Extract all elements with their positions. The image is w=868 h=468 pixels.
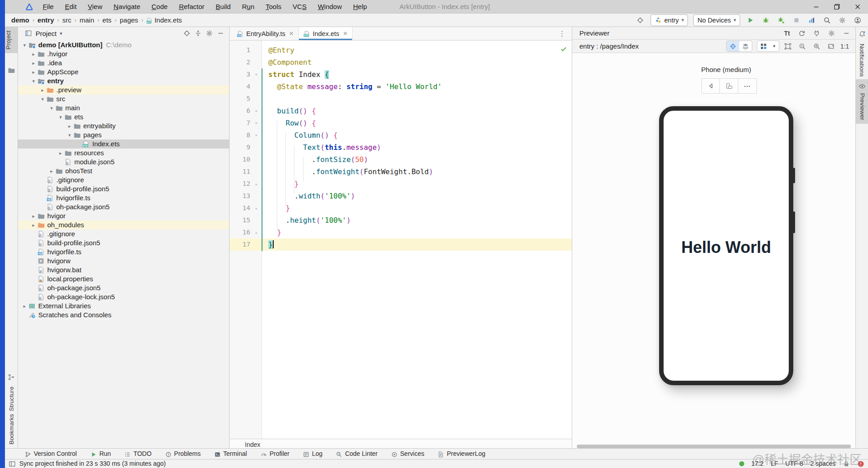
menu-vcs[interactable]: VCS (293, 3, 307, 10)
tree-item-module-json5[interactable]: module.json5 (18, 158, 229, 166)
tree-chevron-icon[interactable]: ▾ (48, 104, 55, 112)
tree-item-hvigorfile-ts[interactable]: TShvigorfile.ts (18, 248, 229, 256)
code-line-4[interactable]: 4 @State message: string = 'Hello World' (230, 81, 572, 93)
tree-item-ets[interactable]: ▾ets (18, 112, 229, 122)
tree-item-appscope[interactable]: ▸AppScope (18, 68, 229, 76)
menu-tools[interactable]: Tools (266, 3, 281, 10)
rotate-icon[interactable] (720, 78, 738, 94)
tree-chevron-icon[interactable]: ▸ (30, 220, 37, 230)
tree-item-build-profile-json5[interactable]: build-profile.json5 (18, 238, 229, 248)
breadcrumb-main[interactable]: main (80, 16, 95, 24)
code-line-15[interactable]: 15 .height('100%') (230, 214, 572, 226)
component-inspect-icon[interactable] (727, 41, 739, 51)
code-line-8[interactable]: 8▾ Column() { (230, 129, 572, 141)
menu-window[interactable]: Window (318, 3, 342, 10)
run-button[interactable] (746, 15, 755, 25)
code-line-1[interactable]: 1@Entry (230, 44, 572, 56)
tree-item-ohostest[interactable]: ▸ohosTest (18, 166, 229, 176)
menu-edit[interactable]: Edit (65, 3, 77, 10)
tool-window-todo[interactable]: TODO (124, 450, 151, 457)
tree-chevron-icon[interactable]: ▾ (39, 94, 46, 104)
close-icon[interactable]: ✕ (343, 30, 348, 37)
fold-marker-icon[interactable]: ▴ (250, 178, 262, 190)
chevron-down-icon[interactable]: ▾ (770, 41, 779, 51)
tab-project-stripe[interactable]: Project (5, 27, 18, 53)
code-line-6[interactable]: 6▾ build() { (230, 105, 572, 117)
stop-button[interactable] (791, 15, 801, 25)
tab-index-ets[interactable]: ETSIndex.ets✕ (299, 27, 353, 40)
tree-chevron-icon[interactable]: ▸ (30, 68, 37, 76)
code-line-13[interactable]: 13 .width('100%') (230, 190, 572, 202)
tree-item-entry[interactable]: ▾entry (18, 76, 229, 86)
tool-window-profiler[interactable]: Profiler (261, 450, 289, 457)
previewer-settings-gear-icon[interactable] (827, 30, 836, 37)
minimize-button[interactable] (806, 0, 827, 14)
project-panel-title[interactable]: Project (36, 30, 57, 37)
panel-settings-gear-icon[interactable] (205, 29, 213, 37)
editor-breadcrumb-item[interactable]: Index (245, 441, 260, 448)
code-editor[interactable]: 1@Entry2@Component3▾struct Index {4 @Sta… (230, 40, 572, 439)
layout-icon[interactable] (9, 460, 16, 468)
tree-chevron-icon[interactable]: ▸ (39, 86, 46, 94)
tree-chevron-icon[interactable]: ▸ (30, 58, 37, 68)
tool-window-problems[interactable]: Problems (165, 450, 201, 457)
close-button[interactable] (847, 0, 868, 14)
device-select[interactable]: No Devices ▾ (693, 14, 740, 26)
code-line-2[interactable]: 2@Component (230, 56, 572, 68)
menu-view[interactable]: View (88, 3, 102, 10)
tree-item-hvigorw-bat[interactable]: hvigorw.bat (18, 266, 229, 274)
tab-options-kebab-icon[interactable]: ⋮ (552, 27, 572, 40)
more-options-icon[interactable]: ··· (738, 78, 757, 94)
menu-code[interactable]: Code (152, 3, 168, 10)
settings-gear-icon[interactable] (837, 15, 847, 25)
locate-icon[interactable] (635, 15, 645, 25)
tool-window-log[interactable]: Log (303, 450, 322, 457)
grid-view-icon[interactable] (757, 41, 770, 51)
tree-chevron-icon[interactable]: ▸ (57, 148, 64, 158)
tree-item-build-profile-json5[interactable]: build-profile.json5 (18, 184, 229, 194)
fit-to-screen-icon[interactable] (825, 41, 837, 52)
code-line-17[interactable]: 17} (230, 238, 572, 251)
code-line-9[interactable]: 9 Text(this.message) (230, 141, 572, 153)
back-icon[interactable] (701, 78, 720, 94)
zoom-ratio[interactable]: 1:1 (841, 43, 849, 50)
fold-marker-icon[interactable]: ▴ (250, 202, 262, 214)
tree-item-index-ets[interactable]: ETSIndex.ets (18, 140, 229, 148)
code-line-12[interactable]: 12▴ } (230, 178, 572, 190)
tab-structure-stripe[interactable]: Structure (5, 373, 18, 415)
fold-marker-icon[interactable]: ▾ (250, 105, 262, 117)
tree-chevron-icon[interactable]: ▾ (66, 130, 73, 140)
tree-item-oh-package-lock-json5[interactable]: oh-package-lock.json5 (18, 292, 229, 302)
code-line-11[interactable]: 11 .fontWeight(FontWeight.Bold) (230, 166, 572, 178)
menu-navigate[interactable]: Navigate (113, 3, 140, 10)
tree-chevron-icon[interactable]: ▾ (30, 76, 37, 86)
tree-item-external-libraries[interactable]: ▸External Libraries (18, 302, 229, 310)
tree-item--hvigor[interactable]: ▸.hvigor (18, 50, 229, 58)
plug-icon[interactable] (812, 30, 821, 37)
menu-help[interactable]: Help (353, 3, 367, 10)
breadcrumb-entry[interactable]: entry (37, 16, 54, 24)
refresh-icon[interactable] (797, 30, 806, 37)
code-line-3[interactable]: 3▾struct Index { (230, 68, 572, 81)
menu-run[interactable]: Run (242, 3, 254, 10)
code-line-7[interactable]: 7▾ Row() { (230, 117, 572, 129)
breadcrumb-pages[interactable]: pages (120, 16, 138, 24)
tree-item-hvigor[interactable]: ▸hvigor (18, 212, 229, 220)
tree-item-oh-modules[interactable]: ▸oh_modules (18, 220, 229, 230)
zoom-in-icon[interactable] (811, 41, 823, 52)
tree-item-hvigorw[interactable]: hvigorw (18, 256, 229, 266)
layers-icon[interactable] (739, 41, 752, 51)
tree-item-entryability[interactable]: ▸entryability (18, 122, 229, 130)
tree-item--idea[interactable]: ▸.idea (18, 58, 229, 68)
breadcrumb-ets[interactable]: ets (103, 16, 112, 24)
debug-button[interactable] (761, 15, 771, 25)
code-line-16[interactable]: 16▴ } (230, 226, 572, 238)
profiler-button[interactable] (807, 15, 817, 25)
hide-panel-icon[interactable] (217, 29, 225, 37)
tree-item-demo-arkuibutton-[interactable]: ▾demo [ArkUIButton]C:\demo (18, 40, 229, 50)
tool-window-previewerlog[interactable]: PreviewerLog (438, 450, 485, 457)
tree-item-resources[interactable]: ▸resources (18, 148, 229, 158)
tool-window-code-linter[interactable]: Code Linter (336, 450, 377, 457)
breadcrumb-demo[interactable]: demo (11, 16, 29, 24)
tree-chevron-icon[interactable]: ▾ (21, 40, 28, 50)
